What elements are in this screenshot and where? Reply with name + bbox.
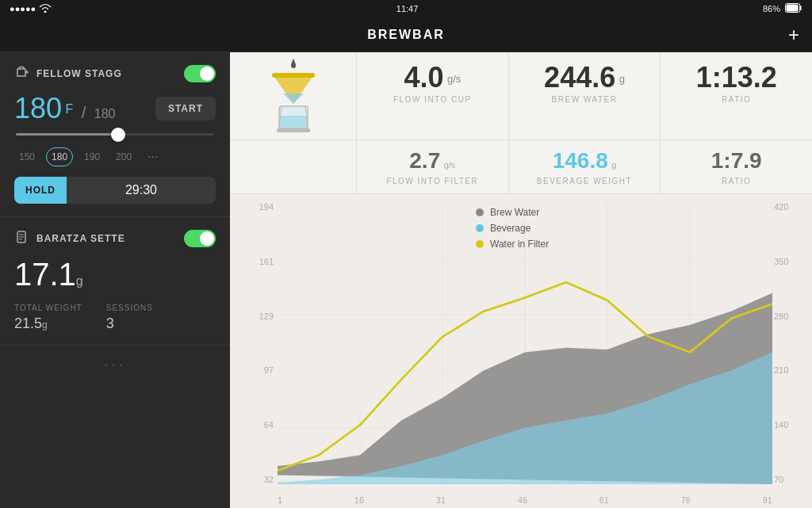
grinder-stats: TOTAL WEIGHT 21.5g SESSIONS 3: [14, 304, 216, 332]
device2-name: BARATZA SETTE: [36, 233, 125, 244]
legend-dot-brew: [476, 208, 484, 216]
slider-fill: [16, 133, 115, 136]
brew-water-value-row: 244.6 g: [525, 63, 645, 92]
y-left-3: 97: [238, 365, 274, 375]
main-layout: FELLOW STAGG 180 F / 180 START: [0, 52, 812, 508]
current-temp: 180: [14, 92, 62, 124]
sidebar: FELLOW STAGG 180 F / 180 START: [0, 52, 230, 508]
device2-name-row: BARATZA SETTE: [14, 230, 125, 247]
ratio2-label: RATIO: [676, 177, 796, 185]
flow-cup-value: 4.0: [404, 61, 443, 94]
temp-option-190[interactable]: 190: [79, 148, 105, 166]
legend-water-filter: Water in Filter: [476, 239, 549, 250]
y-right-2: 140: [774, 420, 806, 430]
temp-separator: /: [82, 104, 86, 121]
temp-display: 180 F / 180: [14, 92, 115, 125]
svg-rect-7: [277, 128, 310, 132]
y-axis-left: 194 161 129 97 64 32: [238, 202, 274, 484]
y-left-2: 64: [238, 420, 274, 430]
timer-display: 29:30: [67, 183, 216, 197]
temp-option-150[interactable]: 150: [14, 148, 40, 166]
x-61: 61: [599, 495, 609, 505]
flow-cup-value-row: 4.0 g/s: [373, 63, 492, 92]
x-76: 76: [681, 495, 691, 505]
more-dots[interactable]: ···: [0, 346, 230, 383]
stat-ratio-2: 1:7.9 RATIO: [661, 140, 812, 193]
beverage-weight-row: 146.8 g: [525, 148, 645, 174]
slider-thumb[interactable]: [111, 128, 125, 142]
y-right-3: 210: [774, 365, 806, 375]
signal-dots: ●●●●●: [10, 4, 36, 13]
y-right-4: 280: [774, 311, 806, 321]
temp-options: 150 180 190 200 ···: [14, 147, 216, 167]
temp-row: 180 F / 180 START: [14, 92, 216, 125]
brew-water-value: 244.6: [544, 61, 615, 94]
x-1: 1: [278, 495, 282, 505]
legend-beverage: Beverage: [476, 223, 549, 234]
x-91: 91: [763, 495, 772, 505]
beverage-weight-value: 146.8: [553, 148, 608, 173]
chart-area: Brew Water Beverage Water in Filter 194 …: [230, 194, 812, 508]
ratio1-label: RATIO: [676, 95, 796, 104]
slider-track: [16, 133, 214, 136]
total-weight-stat: TOTAL WEIGHT 21.5g: [14, 304, 82, 332]
grinder-icon: [14, 230, 29, 247]
grinder-weight-display: 17.1g: [14, 257, 216, 292]
battery-percent: 86%: [763, 4, 780, 13]
brew-visual: [230, 52, 357, 139]
ratio2-row: 1:7.9: [676, 148, 796, 174]
temp-option-more[interactable]: ···: [143, 147, 163, 167]
y-left-1: 32: [238, 475, 274, 484]
device-card-baratza: BARATZA SETTE 17.1g TOTAL WEIGHT 21.5g S…: [0, 217, 230, 346]
y-left-6: 194: [238, 202, 274, 212]
timer-row: HOLD 29:30: [14, 177, 216, 204]
stat-ratio-1: 1:13.2 RATIO: [661, 52, 812, 139]
stat-brew-water: 244.6 g BREW WATER: [509, 52, 661, 139]
device1-toggle[interactable]: [184, 65, 216, 82]
wifi-icon: [39, 3, 52, 14]
x-axis: 1 16 31 46 61 76 91: [278, 495, 772, 505]
kettle-icon: [14, 65, 29, 82]
stats-row-1: 4.0 g/s FLOW INTO CUP 244.6 g BREW WATER…: [230, 52, 812, 140]
device2-toggle[interactable]: [184, 230, 216, 247]
flow-filter-label: FLOW INTO FILTER: [373, 177, 492, 185]
ratio1-value-row: 1:13.2: [676, 63, 796, 92]
stat-flow-filter: 2.7 g/s FLOW INTO FILTER: [357, 140, 509, 193]
stat-beverage-weight: 146.8 g BEVERAGE WEIGHT: [509, 140, 661, 193]
flow-filter-row: 2.7 g/s: [373, 148, 492, 174]
status-time: 11:47: [396, 4, 419, 13]
svg-rect-6: [280, 116, 307, 128]
y-right-1: 70: [774, 475, 806, 484]
flow-cup-unit: g/s: [447, 73, 461, 85]
device2-header: BARATZA SETTE: [14, 230, 216, 247]
stats-row-2: 2.7 g/s FLOW INTO FILTER 146.8 g BEVERAG…: [230, 140, 812, 194]
legend-label-water-filter: Water in Filter: [490, 239, 549, 250]
temp-slider-container: [14, 133, 216, 136]
ratio2-value: 1:7.9: [711, 148, 762, 173]
temp-option-200[interactable]: 200: [111, 148, 136, 166]
grinder-weight-value: 17.1: [14, 257, 76, 292]
device1-header: FELLOW STAGG: [14, 65, 216, 82]
hold-button[interactable]: HOLD: [14, 177, 67, 204]
svg-rect-1: [786, 5, 798, 12]
sessions-stat: SESSIONS 3: [106, 304, 153, 332]
legend-label-brew: Brew Water: [490, 207, 539, 218]
app-title: BREWBAR: [367, 28, 445, 42]
status-left: ●●●●●: [10, 3, 52, 14]
target-temp: 180: [94, 107, 116, 120]
grinder-weight-unit: g: [76, 274, 83, 288]
brew-water-unit: g: [619, 73, 625, 85]
beverage-weight-unit: g: [611, 160, 616, 170]
device1-name-row: FELLOW STAGG: [14, 65, 122, 82]
total-weight-value: 21.5g: [14, 315, 82, 332]
x-31: 31: [436, 495, 446, 505]
temp-option-180[interactable]: 180: [46, 147, 73, 166]
sessions-value: 3: [106, 315, 153, 332]
device1-name: FELLOW STAGG: [36, 68, 122, 79]
x-16: 16: [354, 495, 364, 505]
y-right-6: 420: [774, 202, 806, 212]
start-button[interactable]: START: [155, 97, 216, 120]
spacer-row2: [230, 140, 357, 193]
y-right-5: 350: [774, 257, 806, 266]
add-button[interactable]: +: [788, 24, 799, 46]
